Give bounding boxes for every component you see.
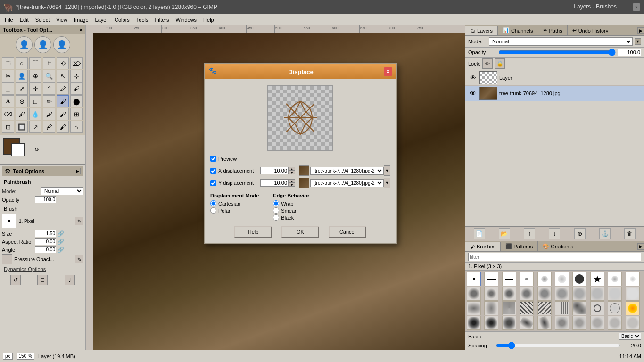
- brush-item-24[interactable]: [537, 301, 552, 315]
- open-layer-btn[interactable]: 📂: [499, 228, 510, 239]
- preset-select[interactable]: Basic: [619, 333, 641, 340]
- brush-item-21[interactable]: [484, 301, 498, 315]
- tool-mybrush[interactable]: 🖋: [43, 121, 55, 133]
- brush-item-circle1[interactable]: [537, 272, 552, 286]
- tool-warp[interactable]: ⊕: [29, 70, 41, 82]
- tab-undo[interactable]: ↩ Undo History: [568, 25, 614, 35]
- x-disp-up[interactable]: ▲: [289, 167, 295, 171]
- brush-item-22[interactable]: [502, 301, 516, 315]
- cancel-button[interactable]: Cancel: [329, 226, 366, 238]
- anchor-layer-btn[interactable]: ⚓: [599, 228, 611, 239]
- tool-text[interactable]: A: [2, 95, 14, 107]
- toolbox-close-icon[interactable]: ×: [80, 27, 83, 33]
- delete-tool-btn[interactable]: ♩: [65, 275, 75, 285]
- menu-image[interactable]: Image: [71, 16, 91, 24]
- tab-patterns[interactable]: ⬛ Patterns: [501, 241, 538, 251]
- tool-dodge[interactable]: 🖊: [16, 108, 28, 120]
- brush-item-37[interactable]: [590, 316, 604, 330]
- tool-gradient[interactable]: 🖌: [43, 108, 55, 120]
- y-disp-dropdown[interactable]: ▼: [384, 178, 390, 188]
- smear-radio[interactable]: [273, 207, 279, 214]
- tool-colorpick[interactable]: ⊞: [70, 108, 83, 120]
- lock-position-btn[interactable]: 🔒: [495, 58, 505, 69]
- brush-item-29[interactable]: [626, 301, 640, 315]
- layers-opacity-slider[interactable]: [498, 49, 616, 56]
- tool-fuzzy-select[interactable]: ⌗: [43, 57, 55, 69]
- aspect-chain-icon[interactable]: 🔗: [57, 239, 64, 245]
- x-displacement-checkbox[interactable]: [210, 168, 216, 174]
- tool-measure[interactable]: ⊡: [2, 121, 14, 133]
- menu-layer[interactable]: Layer: [92, 16, 111, 24]
- tool-shear[interactable]: ↖: [57, 70, 69, 82]
- brush-item-13[interactable]: [520, 287, 534, 301]
- tool-pencil[interactable]: ✏: [43, 95, 55, 107]
- reset-tool-btn[interactable]: ↺: [10, 275, 21, 285]
- menu-colors[interactable]: Colors: [112, 16, 132, 24]
- y-displacement-select[interactable]: [tree-trunk-7...94_1280].jpg-2: [310, 179, 384, 187]
- x-displacement-input[interactable]: [260, 167, 289, 174]
- brush-item-dot1[interactable]: [520, 272, 534, 286]
- brush-item-30[interactable]: [467, 316, 481, 330]
- tool-path[interactable]: 🖊: [57, 82, 69, 95]
- brush-item-23[interactable]: [520, 301, 534, 315]
- brush-item-39[interactable]: [626, 316, 640, 330]
- tool-flip[interactable]: ⌶: [2, 82, 14, 95]
- menu-edit[interactable]: Edit: [17, 16, 32, 24]
- tab-channels[interactable]: 📊 Channels: [498, 25, 538, 35]
- brush-item-36[interactable]: [572, 316, 586, 330]
- polar-label[interactable]: Polar: [218, 208, 231, 214]
- color-reset[interactable]: ⟳: [35, 147, 39, 153]
- brushes-panel-arrow[interactable]: ▶: [637, 243, 644, 250]
- brush-item-31[interactable]: [484, 316, 498, 330]
- cartesian-radio[interactable]: [210, 200, 216, 206]
- lock-pixels-btn[interactable]: ✏: [482, 58, 493, 69]
- tool-eraser[interactable]: ⬤: [70, 95, 83, 107]
- delete-layer-btn[interactable]: 🗑: [624, 228, 636, 239]
- brush-item-27[interactable]: [590, 301, 604, 315]
- menu-tools[interactable]: Tools: [133, 16, 151, 24]
- x-displacement-select[interactable]: [tree-trunk-7...94_1280].jpg-2: [310, 167, 384, 175]
- layers-panel-arrow[interactable]: ▶: [637, 27, 644, 34]
- tool-move[interactable]: ✛: [29, 82, 41, 95]
- black-radio[interactable]: [273, 214, 279, 221]
- brush-item-20[interactable]: [467, 301, 481, 315]
- preview-checkbox[interactable]: [210, 156, 216, 162]
- brush-item-8[interactable]: [608, 272, 622, 286]
- dynamics-options-link[interactable]: Dynamics Options: [2, 265, 83, 273]
- brush-item-line2[interactable]: [502, 272, 516, 286]
- angle-input[interactable]: [35, 246, 56, 253]
- menu-filters[interactable]: Filters: [152, 16, 172, 24]
- layers-mode-select[interactable]: Normal: [489, 37, 633, 46]
- tool-options[interactable]: ⌂: [70, 121, 83, 133]
- brush-item-16[interactable]: [572, 287, 586, 301]
- tab-gradients[interactable]: 🎨 Gradients: [538, 241, 578, 251]
- layer-row-1[interactable]: 👁 tree-trunk-70694_1280.jpg: [465, 86, 644, 101]
- tool-heal[interactable]: ⊛: [16, 95, 28, 107]
- preview-label[interactable]: Preview: [218, 156, 237, 162]
- new-layer-btn[interactable]: 📄: [474, 228, 485, 239]
- copy-tool-btn[interactable]: ⊟: [37, 275, 48, 285]
- tool-paintbrush[interactable]: 🖌: [57, 95, 69, 107]
- tool-smudge[interactable]: ⌫: [2, 108, 14, 120]
- tool-blend[interactable]: 🖌: [57, 108, 69, 120]
- layers-panel-collapse[interactable]: ▼: [635, 38, 641, 45]
- menu-file[interactable]: File: [2, 16, 16, 24]
- unit-button[interactable]: px: [3, 353, 13, 360]
- y-disp-up[interactable]: ▲: [289, 179, 295, 183]
- layer-eye-1[interactable]: 👁: [468, 89, 478, 98]
- tab-paths[interactable]: ✒ Paths: [538, 25, 568, 35]
- lower-layer-btn[interactable]: ↓: [549, 228, 560, 239]
- brush-item-14[interactable]: [537, 287, 552, 301]
- brush-item-33[interactable]: [520, 316, 534, 330]
- x-disp-dropdown[interactable]: ▼: [384, 165, 390, 176]
- tool-cage[interactable]: ⤢: [16, 82, 28, 95]
- background-color[interactable]: [11, 143, 25, 156]
- brush-item-line1[interactable]: [484, 272, 498, 286]
- tool-clone[interactable]: □: [29, 95, 41, 107]
- duplicate-layer-btn[interactable]: ⊕: [574, 228, 586, 239]
- size-input[interactable]: [35, 230, 56, 237]
- dialog-close-btn[interactable]: ×: [384, 67, 392, 76]
- close-button[interactable]: ×: [633, 3, 640, 11]
- brush-item-circle2[interactable]: [555, 272, 569, 286]
- raise-layer-btn[interactable]: ↑: [524, 228, 535, 239]
